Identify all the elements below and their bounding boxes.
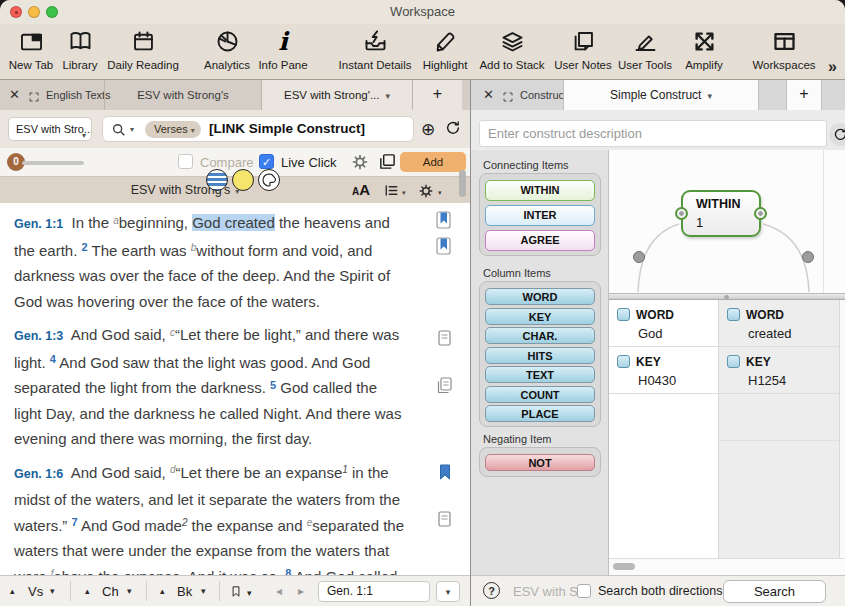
caret-down-icon[interactable]: ▾ xyxy=(707,91,712,101)
duplicate-pane-icon[interactable] xyxy=(378,152,397,175)
add-parallel-button[interactable]: Add Parallel▾ xyxy=(400,152,466,172)
live-click-checkbox[interactable]: ✓ xyxy=(259,154,274,169)
bookmark-nav-icon[interactable] xyxy=(229,583,243,604)
scope-dropdown[interactable]: Verses▾ xyxy=(145,121,201,138)
agree-button[interactable]: AGREE xyxy=(485,230,595,251)
reference-input[interactable]: Gen. 1:1 xyxy=(318,581,430,602)
chapter-down-button[interactable]: ▾ xyxy=(127,586,132,596)
hits-button[interactable]: HITS xyxy=(485,347,595,364)
tab-esv-with-strongs-active[interactable]: ESV with Strong'...▾ xyxy=(262,80,412,110)
horizontal-scrollbar-thumb[interactable] xyxy=(613,563,635,570)
within-button[interactable]: WITHIN xyxy=(485,180,595,201)
tab-esv-with-strongs[interactable]: ESV with Strong's xyxy=(104,80,262,110)
recycle-icon[interactable] xyxy=(445,120,461,140)
construct-entry-empty[interactable] xyxy=(719,394,839,441)
construct-column-2[interactable]: WORD created KEY H1254 xyxy=(718,300,839,558)
text-module-dropdown[interactable]: ESV with Stro...▾ xyxy=(8,117,92,141)
tab-simple-construct[interactable]: Simple Construct▾ xyxy=(563,80,759,110)
inter-button[interactable]: INTER xyxy=(485,205,595,226)
item-checkbox-icon[interactable] xyxy=(727,308,740,321)
add-construct-tab-button[interactable]: + xyxy=(786,80,822,110)
not-button[interactable]: NOT xyxy=(485,454,595,471)
verse-paragraph: Gen. 1:6 And God said, d“Let there be an… xyxy=(14,460,406,576)
place-button[interactable]: PLACE xyxy=(485,405,595,422)
caret-down-icon[interactable]: ▾ xyxy=(438,189,442,197)
bible-text-panel: ✕ English Texts ESV with Strong's ESV wi… xyxy=(0,80,470,606)
item-checkbox-icon[interactable] xyxy=(617,308,630,321)
back-chevron-icon[interactable]: ◂ xyxy=(276,584,282,598)
note-page-icon[interactable] xyxy=(438,330,451,350)
main-toolbar: New Tab Library Daily Reading Analytics … xyxy=(0,24,845,80)
construct-description-input[interactable] xyxy=(479,120,827,147)
help-icon[interactable]: ? xyxy=(483,582,500,599)
close-zone-icon[interactable]: ✕ xyxy=(9,87,20,102)
caret-down-icon[interactable]: ▾ xyxy=(247,588,252,598)
expand-zone-icon[interactable] xyxy=(28,89,40,107)
construct-columns: WORD God KEY H0430 WORD created KEY xyxy=(609,300,845,558)
add-tab-button[interactable]: + xyxy=(412,80,462,110)
reference-dropdown-button[interactable]: ▾ xyxy=(436,581,460,602)
display-format-icon[interactable] xyxy=(384,183,399,202)
expand-zone-icon[interactable] xyxy=(502,89,514,107)
caret-down-icon[interactable]: ▾ xyxy=(385,91,390,101)
caret-down-icon[interactable]: ▾ xyxy=(402,189,406,197)
recycle-icon[interactable] xyxy=(829,123,845,146)
construct-entry[interactable]: WORD created xyxy=(719,300,839,347)
key-button[interactable]: KEY xyxy=(485,308,595,325)
construct-entry[interactable]: KEY H1254 xyxy=(719,347,839,394)
search-field[interactable]: ▾ Verses▾ [LINK Simple Construct] xyxy=(102,116,414,142)
search-both-directions-checkbox[interactable] xyxy=(577,584,591,598)
close-zone-icon[interactable]: ✕ xyxy=(483,87,494,102)
node-connector-right[interactable] xyxy=(754,207,767,220)
construct-column-1[interactable]: WORD God KEY H0430 xyxy=(609,300,718,558)
book-down-button[interactable]: ▾ xyxy=(201,586,206,596)
construct-entry[interactable]: WORD God xyxy=(609,300,718,347)
chapter-up-button[interactable]: ▴ xyxy=(85,586,90,596)
construct-entry[interactable]: KEY H0430 xyxy=(609,347,718,394)
char-button[interactable]: CHAR. xyxy=(485,327,595,344)
horizontal-scrollbar[interactable] xyxy=(609,558,845,575)
canvas-splitter[interactable] xyxy=(609,293,845,300)
column-title-dropdown[interactable]: ESV with Strong's▾ xyxy=(0,183,370,197)
splitter-handle[interactable] xyxy=(724,295,729,299)
text-button[interactable]: TEXT xyxy=(485,366,595,383)
word-button[interactable]: WORD xyxy=(485,288,595,305)
highlight-palette-button[interactable] xyxy=(258,169,280,191)
book-up-button[interactable]: ▴ xyxy=(160,586,165,596)
note-page-icon[interactable] xyxy=(438,511,451,531)
search-button[interactable]: Search xyxy=(723,580,826,603)
live-click-gear-icon[interactable] xyxy=(351,153,369,175)
highlight-style-striped-button[interactable] xyxy=(206,169,228,191)
workspaces-button[interactable]: Workspaces xyxy=(736,27,832,71)
toolbar-overflow-chevron[interactable]: » xyxy=(828,58,837,76)
right-tab-bar: ✕ Constructs Simple Construct▾ + xyxy=(471,80,845,110)
parallel-slider-track[interactable] xyxy=(22,161,84,165)
bookmark-icon[interactable] xyxy=(439,464,451,484)
search-query-text: [LINK Simple Construct] xyxy=(209,121,365,136)
daily-reading-button[interactable]: Daily Reading xyxy=(95,27,191,71)
item-checkbox-icon[interactable] xyxy=(727,355,740,368)
within-node[interactable]: WITHIN 1 xyxy=(681,190,761,237)
caret-down-icon: ▾ xyxy=(82,125,86,141)
construct-canvas[interactable]: WITHIN 1 xyxy=(609,150,845,293)
node-type-label: WITHIN xyxy=(696,197,740,211)
node-connector-left[interactable] xyxy=(675,207,688,220)
item-checkbox-icon[interactable] xyxy=(617,355,630,368)
compare-checkbox[interactable] xyxy=(178,154,193,169)
bookmark-page-icon[interactable] xyxy=(436,237,451,259)
caret-down-icon[interactable]: ▾ xyxy=(130,125,134,134)
info-pane-button[interactable]: i Info Pane xyxy=(235,27,331,71)
count-button[interactable]: COUNT xyxy=(485,386,595,403)
vertical-scrollbar-thumb[interactable] xyxy=(459,170,466,197)
caret-down-icon: ▾ xyxy=(191,126,195,135)
verse-down-button[interactable]: ▾ xyxy=(50,586,55,596)
highlight-style-yellow-button[interactable] xyxy=(232,169,254,191)
font-size-control[interactable]: AA xyxy=(352,181,370,199)
negating-item-title: Negating Item xyxy=(483,433,551,445)
add-search-icon[interactable]: ⊕ xyxy=(421,119,435,140)
verse-up-button[interactable]: ▴ xyxy=(10,586,15,596)
bookmark-page-icon[interactable] xyxy=(436,211,451,233)
copy-pages-icon[interactable] xyxy=(437,377,452,398)
forward-chevron-icon[interactable]: ▸ xyxy=(298,584,304,598)
text-settings-gear-icon[interactable] xyxy=(418,183,434,203)
